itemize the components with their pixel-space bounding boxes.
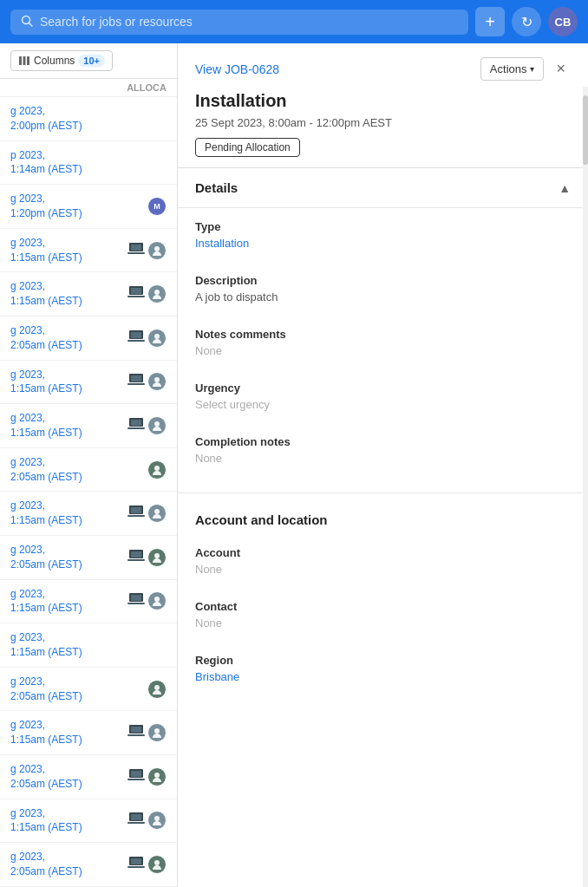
add-button[interactable]: + xyxy=(475,7,505,36)
details-section-header[interactable]: Details ▲ xyxy=(178,168,588,208)
list-item[interactable]: g 2023, 2:05am (AEST) xyxy=(0,316,177,361)
list-item[interactable]: g 2023, 1:15am (AEST) xyxy=(0,229,177,273)
svg-rect-45 xyxy=(127,779,145,780)
list-item-date: g 2023, 1:20pm (AEST) xyxy=(10,192,82,221)
account-label: Account xyxy=(195,546,571,559)
laptop-icon xyxy=(127,811,146,825)
urgency-value[interactable]: Select urgency xyxy=(195,398,571,411)
list-item-avatars xyxy=(147,680,167,699)
contact-value: None xyxy=(195,616,571,629)
list-item[interactable]: g 2023, 2:05am (AEST) xyxy=(0,755,177,799)
avatar xyxy=(147,811,167,830)
list-item[interactable]: p 2023, 1:14am (AEST) xyxy=(0,141,177,186)
columns-label: Columns xyxy=(34,55,75,67)
laptop-icon xyxy=(127,591,146,605)
svg-rect-48 xyxy=(131,814,141,820)
list-item-date: g 2023, 2:05am (AEST) xyxy=(10,850,82,879)
list-item[interactable]: g 2023, 2:05am (AEST) xyxy=(0,668,177,712)
top-bar: + ↻ CB xyxy=(0,0,588,43)
svg-rect-53 xyxy=(127,866,145,868)
list-item[interactable]: g 2023, 1:15am (AEST) xyxy=(0,580,177,624)
list-item-date: g 2023, 2:05am (AEST) xyxy=(10,675,82,704)
list-item-avatars xyxy=(147,460,167,479)
list-item-date: g 2023, 2:05am (AEST) xyxy=(10,323,82,353)
svg-point-37 xyxy=(154,597,160,602)
list-item-date: g 2023, 1:15am (AEST) xyxy=(10,806,82,836)
list-item-avatars xyxy=(127,811,167,830)
list-item[interactable]: g 2023, 1:15am (AEST) xyxy=(0,799,177,844)
job-datetime: 25 Sept 2023, 8:00am - 12:00pm AEST xyxy=(195,116,571,129)
completion-label: Completion notes xyxy=(195,435,571,448)
account-value: None xyxy=(195,563,571,576)
user-avatar-button[interactable]: CB xyxy=(548,7,578,36)
columns-badge: 10+ xyxy=(78,55,105,67)
svg-rect-23 xyxy=(127,427,145,429)
svg-rect-31 xyxy=(131,551,141,558)
avatar xyxy=(147,241,167,260)
refresh-icon: ↻ xyxy=(521,14,532,30)
svg-line-1 xyxy=(29,23,33,26)
search-input[interactable] xyxy=(40,15,458,29)
list-item[interactable]: g 2023, 1:15am (AEST) xyxy=(0,361,177,405)
svg-rect-41 xyxy=(127,734,145,736)
list-item[interactable]: g 2023, 2:05am (AEST) xyxy=(0,843,177,887)
main-layout: Columns 10+ ALLOCA g 2023, 2:00pm (AEST)… xyxy=(0,43,588,887)
job-title: Installation xyxy=(195,91,571,111)
list-item-avatars xyxy=(127,723,167,742)
job-id-link[interactable]: View JOB-0628 xyxy=(195,62,279,76)
avatar: M xyxy=(147,197,167,216)
list-item-date: g 2023, 1:15am (AEST) xyxy=(10,587,82,616)
svg-rect-7 xyxy=(127,252,145,254)
list-item-date: g 2023, 1:15am (AEST) xyxy=(10,236,82,265)
actions-button[interactable]: Actions ▾ xyxy=(480,57,545,81)
avatar xyxy=(147,504,167,523)
list-item[interactable]: g 2023, 1:15am (AEST) xyxy=(0,404,177,448)
list-item[interactable]: g 2023, 1:15am (AEST) xyxy=(0,272,177,316)
type-label: Type xyxy=(195,220,571,233)
svg-point-29 xyxy=(154,509,160,514)
svg-rect-40 xyxy=(131,727,141,733)
description-label: Description xyxy=(195,274,571,287)
svg-point-42 xyxy=(154,728,160,734)
header-actions: Actions ▾ × xyxy=(480,57,571,81)
svg-rect-6 xyxy=(131,245,141,251)
svg-rect-19 xyxy=(127,383,145,385)
list-item-avatars xyxy=(127,855,167,874)
avatar xyxy=(147,855,167,874)
list-item[interactable]: g 2023, 2:05am (AEST) xyxy=(0,536,177,580)
avatar xyxy=(147,767,167,786)
list-item[interactable]: g 2023, 1:20pm (AEST)M xyxy=(0,185,177,229)
avatar xyxy=(147,723,167,742)
avatar xyxy=(147,372,167,391)
chevron-up-icon: ▲ xyxy=(559,181,571,195)
list-item-avatars xyxy=(127,504,167,523)
notes-field: Notes comments None xyxy=(178,316,588,369)
refresh-button[interactable]: ↻ xyxy=(512,7,541,36)
svg-rect-52 xyxy=(131,858,141,864)
avatar-initials: CB xyxy=(555,16,572,29)
columns-button[interactable]: Columns 10+ xyxy=(10,50,113,71)
avatar xyxy=(147,548,167,567)
avatar xyxy=(147,416,167,435)
avatar xyxy=(147,680,167,699)
description-value: A job to dispatch xyxy=(195,290,571,303)
svg-rect-28 xyxy=(127,515,145,517)
list-item[interactable]: g 2023, 2:00pm (AEST) xyxy=(0,97,177,141)
list-item[interactable]: g 2023, 1:15am (AEST) xyxy=(0,711,177,755)
region-label: Region xyxy=(195,654,571,667)
contact-label: Contact xyxy=(195,600,571,613)
list-item[interactable]: g 2023, 1:15am (AEST) xyxy=(0,492,177,536)
list-item-date: g 2023, 2:05am (AEST) xyxy=(10,543,82,572)
list-item[interactable]: g 2023, 2:05am (AEST) xyxy=(0,448,177,492)
list-item-date: g 2023, 2:05am (AEST) xyxy=(10,762,82,792)
search-icon xyxy=(21,15,33,29)
svg-point-25 xyxy=(154,466,160,471)
actions-label: Actions xyxy=(490,62,527,75)
svg-rect-22 xyxy=(131,420,141,426)
search-container[interactable] xyxy=(10,10,468,35)
list-item-avatars xyxy=(127,416,167,435)
close-button[interactable]: × xyxy=(551,58,571,80)
list-item-date: g 2023, 2:00pm (AEST) xyxy=(10,104,82,134)
svg-rect-3 xyxy=(23,56,26,65)
list-item[interactable]: g 2023, 1:15am (AEST) xyxy=(0,623,177,668)
